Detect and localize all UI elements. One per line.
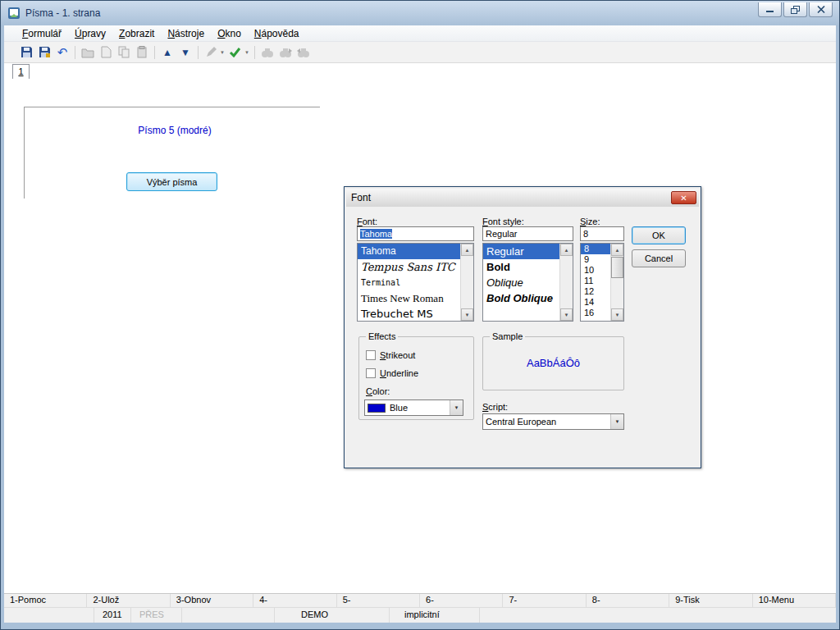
find-previous-icon[interactable] [294,44,313,61]
new-page-icon[interactable] [97,44,115,61]
font-name-input[interactable]: Tahoma [357,226,474,241]
strikeout-label: Strikeout [380,350,415,360]
dialog-close-button[interactable]: ✕ [671,191,696,204]
undo-icon[interactable]: ↶ [53,44,71,61]
edit-icon[interactable] [202,44,220,61]
font-dialog: Font ✕ Font: Tahoma Tahoma Tempus Sans I… [344,186,701,468]
menu-napoveda[interactable]: Nápověda [248,26,306,41]
menu-upravy[interactable]: Úpravy [68,26,112,41]
move-up-icon[interactable]: ▲ [158,44,176,61]
open-icon[interactable] [79,44,97,61]
fkey-8[interactable]: 8- [587,594,669,607]
cancel-button[interactable]: Cancel [632,249,686,267]
script-value: Central European [486,417,556,427]
approve-icon[interactable] [226,44,244,61]
menu-zobrazit[interactable]: Zobrazit [112,26,161,41]
paste-icon[interactable] [133,44,151,61]
fkey-3[interactable]: 3-Obnov [171,594,253,607]
copy-icon[interactable] [115,44,133,61]
scroll-up-icon[interactable]: ▲ [461,244,473,256]
fkey-2[interactable]: 2-Ulož [87,594,170,607]
menu-okno[interactable]: Okno [211,26,248,41]
scroll-down-icon[interactable]: ▼ [611,308,623,321]
font-list-scrollbar[interactable]: ▲ ▼ [460,244,473,321]
strikeout-checkbox[interactable] [366,350,376,360]
font-style-value: Regular [486,229,518,239]
font-dialog-titlebar[interactable]: Font ✕ [346,189,699,207]
find-icon[interactable] [258,44,276,61]
find-next-icon[interactable] [276,44,294,61]
font-list-item[interactable]: Tempus Sans ITC [358,259,473,275]
window-title: Písma - 1. strana [25,7,100,19]
chevron-down-icon[interactable]: ▼ [610,414,623,429]
app-icon [7,7,21,20]
font-list[interactable]: Tahoma Tempus Sans ITC Terminal Times Ne… [357,243,474,322]
move-down-icon[interactable]: ▼ [176,44,194,61]
font-select-button[interactable]: Výběr písma [126,172,217,191]
menubar: Formulář Úpravy Zobrazit Nástroje Okno N… [4,25,836,42]
size-label: Size: [580,217,600,226]
color-label: Color: [366,386,390,396]
fkey-4[interactable]: 4- [253,594,336,607]
save-as-icon[interactable] [35,44,53,61]
size-input[interactable]: 8 [580,226,624,241]
ok-button[interactable]: OK [632,226,686,244]
minimize-button[interactable] [758,2,782,17]
script-combobox[interactable]: Central European ▼ [482,413,624,430]
app-window: Písma - 1. strana Formulář Úpravy Zobraz… [0,0,840,630]
fkey-10[interactable]: 10-Menu [753,594,836,607]
edit-dropdown-icon[interactable]: ▼ [220,50,225,55]
scroll-down-icon[interactable]: ▼ [560,308,573,321]
font-style-list[interactable]: Regular Bold Oblique Bold Oblique ▲ ▼ [482,243,573,322]
font-style-input[interactable]: Regular [482,226,573,241]
save-icon[interactable] [17,44,35,61]
font-list-item[interactable]: Trebuchet MS [358,306,473,322]
underline-checkbox[interactable] [366,368,376,378]
menu-nastroje[interactable]: Nástroje [161,26,211,41]
underline-label: Underline [380,368,418,378]
toolbar-separator [254,46,255,59]
client-area: Formulář Úpravy Zobrazit Nástroje Okno N… [4,25,836,623]
font-list-item[interactable]: Tahoma [358,244,473,259]
font-list-item[interactable]: Times New Roman [358,290,473,306]
script-label: Script: [482,402,508,412]
chevron-down-icon[interactable]: ▼ [450,400,463,415]
status-field-overwrite-mode: PŘES [131,608,182,623]
toolbar-separator [154,46,155,59]
scrollbar-thumb[interactable] [611,257,623,278]
scroll-down-icon[interactable]: ▼ [461,308,473,321]
close-icon [817,6,825,13]
font-list-item[interactable]: Terminal [358,275,473,290]
effects-group-label: Effects [366,331,398,341]
status-field-demo: DEMO [275,608,390,623]
tab-page-1[interactable]: 1 [12,64,30,79]
restore-icon [791,6,800,14]
fkey-9[interactable]: 9-Tisk [669,594,752,607]
status-field-profile: implicitní [390,608,480,623]
style-list-scrollbar[interactable]: ▲ ▼ [559,244,573,321]
font-style-label: Font style: [482,217,524,226]
font-dialog-title: Font [351,192,371,203]
color-combobox[interactable]: Blue ▼ [364,399,463,416]
scroll-up-icon[interactable]: ▲ [611,244,623,256]
menu-formular[interactable]: Formulář [16,26,68,41]
strikeout-row: Strikeout [366,350,415,360]
sample-group-label: Sample [490,331,525,341]
size-list-scrollbar[interactable]: ▲ ▼ [610,244,623,321]
fkey-1[interactable]: 1-Pomoc [4,594,87,607]
sample-text: AaBbÁáÔô [483,357,623,369]
status-fields: 2011 PŘES DEMO implicitní [4,607,836,623]
fkey-5[interactable]: 5- [337,594,420,607]
scroll-up-icon[interactable]: ▲ [560,244,573,256]
fkey-7[interactable]: 7- [503,594,586,607]
size-value: 8 [583,229,588,239]
close-icon: ✕ [680,194,687,203]
effects-group: Effects Strikeout Underline Color: Blue … [358,336,474,420]
size-list[interactable]: 8 9 10 11 12 14 16 ▲ ▼ [580,243,624,322]
restore-button[interactable] [783,2,807,17]
approve-dropdown-icon[interactable]: ▼ [244,50,249,55]
fkey-6[interactable]: 6- [420,594,503,607]
close-button[interactable] [809,2,833,17]
fkey-bar: 1-Pomoc 2-Ulož 3-Obnov 4- 5- 6- 7- 8- 9-… [4,593,836,607]
status-field-year: 2011 [94,608,131,623]
